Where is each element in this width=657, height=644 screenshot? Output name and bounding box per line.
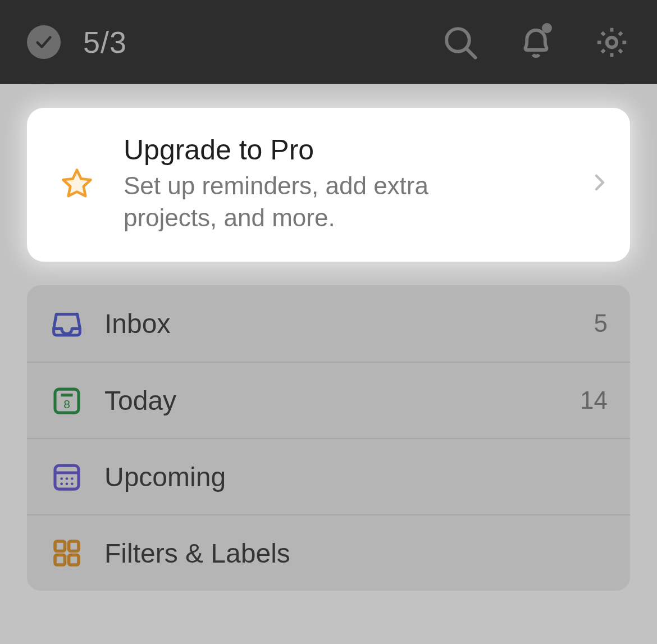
settings-button[interactable] xyxy=(594,24,630,61)
nav-item-count: 5 xyxy=(594,309,608,337)
gear-icon xyxy=(594,24,630,61)
promo-title: Upgrade to Pro xyxy=(124,134,590,166)
nav-item-today[interactable]: 8 Today 14 xyxy=(27,362,630,438)
inbox-icon xyxy=(49,308,84,339)
svg-rect-17 xyxy=(69,555,79,565)
svg-text:8: 8 xyxy=(63,398,70,410)
search-button[interactable] xyxy=(442,24,478,61)
nav-item-label: Filters & Labels xyxy=(104,538,608,569)
svg-rect-14 xyxy=(55,541,65,551)
header-actions xyxy=(442,24,630,61)
svg-rect-15 xyxy=(69,541,79,551)
promo-subtitle: Set up reminders, add extra projects, an… xyxy=(124,170,528,234)
nav-item-filters-labels[interactable]: Filters & Labels xyxy=(27,514,630,591)
check-icon xyxy=(34,33,53,52)
svg-point-10 xyxy=(71,478,74,481)
grid-icon xyxy=(49,537,84,569)
progress-text: 5/3 xyxy=(83,25,127,60)
svg-point-12 xyxy=(66,483,69,486)
nav-item-inbox[interactable]: Inbox 5 xyxy=(27,285,630,362)
progress-badge[interactable] xyxy=(27,25,61,59)
nav-item-label: Upcoming xyxy=(104,462,608,492)
notification-dot-icon xyxy=(542,23,552,33)
svg-point-11 xyxy=(60,483,63,486)
nav-list: Inbox 5 8 Today 14 Upcom xyxy=(27,285,630,591)
calendar-today-icon: 8 xyxy=(49,385,84,416)
upgrade-promo-card[interactable]: Upgrade to Pro Set up reminders, add ext… xyxy=(27,108,630,262)
svg-line-1 xyxy=(467,48,476,57)
nav-item-upcoming[interactable]: Upcoming xyxy=(27,438,630,514)
svg-point-13 xyxy=(71,483,74,486)
star-icon xyxy=(57,166,97,201)
svg-rect-16 xyxy=(55,555,65,565)
chevron-right-icon xyxy=(590,172,610,195)
promo-body: Upgrade to Pro Set up reminders, add ext… xyxy=(124,134,590,234)
search-icon xyxy=(442,24,478,61)
svg-point-8 xyxy=(60,478,63,481)
nav-item-count: 14 xyxy=(580,386,608,414)
svg-point-9 xyxy=(66,478,69,481)
calendar-upcoming-icon xyxy=(49,461,84,492)
notifications-button[interactable] xyxy=(518,24,554,61)
app-header: 5/3 xyxy=(0,0,657,84)
nav-item-label: Inbox xyxy=(104,308,594,339)
svg-point-2 xyxy=(607,37,617,47)
nav-item-label: Today xyxy=(104,385,580,416)
